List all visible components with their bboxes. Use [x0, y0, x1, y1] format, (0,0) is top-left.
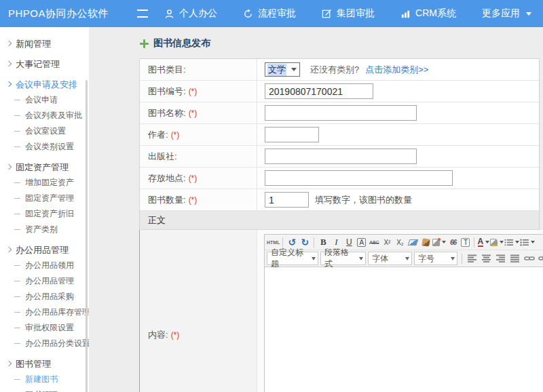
link-icon[interactable] [523, 252, 536, 264]
top-header-bar: PHPOA协同办公软件 个人办公 流程审批 [0, 0, 543, 27]
sidebar-menu-item[interactable]: 办公用品采购 [0, 289, 89, 305]
menu-bullet-icon [14, 115, 20, 116]
sidebar-scrollbar[interactable] [86, 80, 88, 392]
highlight-icon[interactable] [490, 236, 504, 248]
field-label: 存放地点: [148, 172, 186, 184]
sidebar-menu-item[interactable]: 资产类别 [0, 222, 89, 237]
menu-bullet-icon [6, 41, 12, 46]
text-input[interactable] [265, 170, 453, 186]
sidebar-menu: 新闻管理 大事记管理 会议申请及安排 会议申请 会议列表及审批 会议室设置 [0, 27, 89, 392]
editor-dropdown[interactable]: 自定义标题 [267, 252, 318, 265]
align-left-icon[interactable] [466, 252, 479, 264]
field-label: 图书编号: [148, 85, 186, 98]
format-painter-icon[interactable] [432, 236, 446, 248]
sidebar-menu-item[interactable]: 审批权限设置 [0, 320, 89, 336]
paste-text-icon[interactable]: T [461, 238, 470, 247]
ordered-list-icon[interactable] [504, 236, 519, 248]
editor-dropdown[interactable]: 字号 [414, 252, 457, 265]
sidebar-menu-item[interactable]: 会议申请及安排 [0, 77, 89, 92]
nav-more-apps[interactable]: 更多应用 [482, 7, 531, 20]
subscript-icon[interactable]: X₂ [394, 236, 406, 248]
add-category-link[interactable]: 点击添加类别>> [365, 64, 428, 76]
menu-bullet-icon [6, 61, 12, 66]
sidebar-menu-item[interactable]: 图书管理 [0, 387, 89, 392]
form-row: 图书编号: (*) [140, 81, 539, 102]
align-right-icon[interactable] [495, 252, 507, 264]
nav-group-approval[interactable]: 集团审批 [322, 7, 375, 20]
page-title: 图书信息发布 [139, 27, 540, 58]
menu-bullet-icon [14, 379, 20, 380]
required-marker: (*) [171, 330, 180, 340]
required-marker: (*) [189, 174, 198, 183]
sidebar-menu-item[interactable]: 新建图书 [0, 372, 89, 387]
superscript-icon[interactable]: X² [381, 236, 393, 248]
add-plus-icon [140, 39, 149, 48]
sidebar-menu-item[interactable]: 会议列表及审批 [0, 108, 89, 123]
sidebar-menu-item[interactable]: 办公用品库存管理 [0, 305, 89, 320]
required-marker: (*) [189, 195, 198, 205]
field-label: 作者: [148, 129, 168, 141]
dropdown-caret-icon [312, 257, 316, 260]
nav-crm-system[interactable]: CRM系统 [400, 7, 456, 20]
font-color-icon[interactable]: A [477, 236, 489, 248]
sidebar-menu-item[interactable]: 会议类别设置 [0, 139, 89, 155]
select-caret-icon [291, 68, 297, 71]
eraser-icon[interactable] [407, 236, 419, 248]
justify-icon[interactable] [509, 252, 521, 264]
menu-bullet-icon [14, 131, 20, 132]
sidebar-menu-item[interactable]: 新闻管理 [0, 36, 89, 52]
field-label: 图书名称: [148, 107, 186, 119]
unlink-icon[interactable] [538, 252, 543, 264]
caret-down-icon [526, 12, 531, 16]
editor-content-area[interactable] [265, 267, 543, 392]
form-row-category: 图书类目: 文学 还没有类别? 点击添加类别>> [140, 59, 539, 81]
text-input[interactable] [265, 192, 309, 208]
editor-dropdown[interactable]: 字体 [368, 252, 412, 265]
category-select[interactable]: 文学 [265, 62, 300, 77]
form-row: 存放地点: (*) [140, 168, 539, 189]
app-window: PHPOA协同办公软件 个人办公 流程审批 [0, 0, 543, 392]
text-input[interactable] [265, 149, 417, 164]
sidebar-menu-item[interactable]: 固定资产折旧 [0, 206, 89, 222]
sidebar-menu-item[interactable]: 增加固定资产 [0, 175, 89, 191]
user-icon [164, 9, 174, 19]
editor-dropdown[interactable]: 段落格式 [320, 252, 366, 265]
editor-toolbar-row2: 自定义标题 段落格式 字体 字号 [265, 250, 543, 267]
menu-bullet-icon [14, 229, 20, 230]
align-center-icon[interactable] [481, 252, 493, 264]
nav-personal-office[interactable]: 个人办公 [164, 7, 217, 20]
menu-bullet-icon [14, 146, 20, 147]
sidebar-menu-item[interactable]: 办公用品管理 [0, 242, 89, 258]
blockquote-icon[interactable]: 66 [447, 236, 459, 248]
sidebar-menu-item[interactable]: 图书管理 [0, 356, 89, 372]
sidebar-menu-item[interactable]: 大事记管理 [0, 56, 89, 72]
menu-bullet-icon [14, 100, 20, 100]
menu-bullet-icon [6, 361, 12, 366]
form-row: 出版社: [140, 146, 539, 168]
nav-process-approval[interactable]: 流程审批 [243, 7, 296, 20]
text-input[interactable] [265, 105, 417, 121]
required-marker: (*) [171, 130, 180, 140]
unordered-list-icon[interactable] [520, 236, 535, 248]
sidebar-menu-item[interactable]: 办公用品领用 [0, 258, 89, 273]
strikethrough-icon[interactable]: ABC [368, 236, 380, 248]
body-section-header: 正文 [140, 211, 539, 230]
sidebar-menu-item[interactable]: 会议室设置 [0, 123, 89, 139]
sidebar-menu-item[interactable]: 固定资产管理 [0, 159, 89, 175]
char-border-icon[interactable]: A [357, 238, 366, 247]
sidebar-menu-item[interactable]: 会议申请 [0, 92, 89, 108]
rich-text-editor: HTML ↺ ↻ B I U A ABC X² [264, 234, 543, 392]
clean-format-icon[interactable] [419, 236, 432, 248]
menu-bullet-icon [14, 281, 20, 281]
flow-icon [243, 9, 253, 19]
text-input[interactable] [265, 83, 373, 99]
sidebar-menu-item[interactable]: 固定资产管理 [0, 191, 89, 206]
sidebar-menu-item[interactable]: 办公用品管理 [0, 273, 89, 289]
required-marker: (*) [189, 87, 198, 96]
edit-square-icon [322, 9, 332, 19]
form-row: 图书名称: (*) [140, 102, 539, 124]
category-note: 还没有类别? [310, 64, 359, 76]
text-input[interactable] [265, 127, 319, 142]
menu-bullet-icon [14, 343, 20, 344]
sidebar-menu-item[interactable]: 办公用品分类设置 [0, 336, 89, 351]
